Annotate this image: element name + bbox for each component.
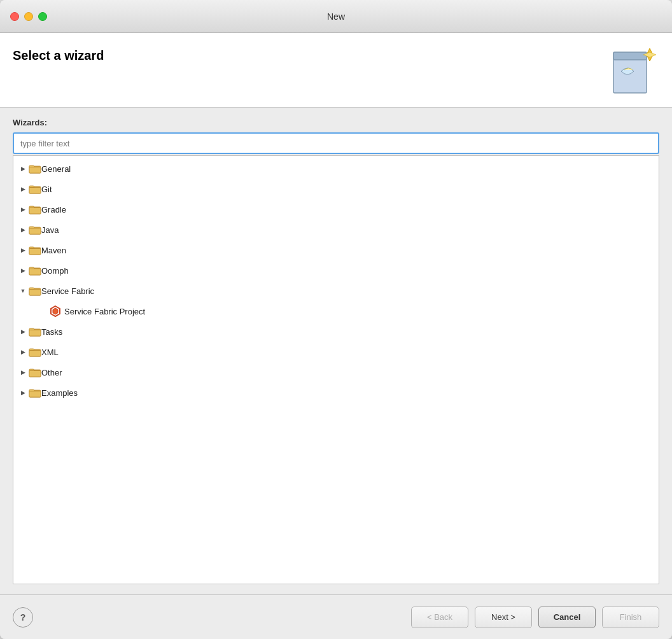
tree-item-general[interactable]: General xyxy=(13,158,659,179)
svg-rect-1 xyxy=(613,52,647,60)
arrow-general xyxy=(18,164,27,173)
footer: ? < Back Next > Cancel Finish xyxy=(0,594,672,639)
tree-item-tasks[interactable]: Tasks xyxy=(13,321,659,342)
svg-rect-13 xyxy=(29,249,41,255)
item-label-maven: Maven xyxy=(41,246,66,255)
tree-item-maven[interactable]: Maven xyxy=(13,240,659,260)
folder-icon-maven xyxy=(29,245,41,255)
sf-project-icon xyxy=(49,305,62,318)
item-label-other: Other xyxy=(41,368,62,377)
svg-rect-9 xyxy=(29,208,41,214)
arrow-git xyxy=(18,185,27,193)
tree-item-service-fabric-project[interactable]: Service Fabric Project xyxy=(13,301,659,321)
svg-rect-25 xyxy=(29,371,41,377)
svg-rect-21 xyxy=(29,330,41,337)
folder-icon-service-fabric xyxy=(29,286,41,296)
tree-item-java[interactable]: Java xyxy=(13,220,659,240)
svg-rect-5 xyxy=(29,167,41,174)
svg-rect-23 xyxy=(29,351,41,357)
arrow-java xyxy=(18,225,27,234)
tree-item-other[interactable]: Other xyxy=(13,362,659,383)
main-window: New Select a wizard Wizards: xyxy=(0,0,672,639)
arrow-gradle xyxy=(18,205,27,214)
window-title: New xyxy=(327,11,345,22)
title-bar: New xyxy=(0,0,672,33)
item-label-xml: XML xyxy=(41,348,59,357)
arrow-oomph xyxy=(18,266,27,275)
svg-rect-7 xyxy=(29,188,41,194)
item-label-java: Java xyxy=(41,225,59,235)
tree-item-xml[interactable]: XML xyxy=(13,342,659,362)
item-label-tasks: Tasks xyxy=(41,327,62,337)
arrow-service-fabric xyxy=(18,286,27,295)
folder-icon-gradle xyxy=(29,204,41,214)
cancel-button[interactable]: Cancel xyxy=(538,607,596,628)
finish-button[interactable]: Finish xyxy=(602,607,659,628)
svg-marker-19 xyxy=(53,308,58,314)
header-area: Select a wizard xyxy=(0,33,672,108)
item-label-gradle: Gradle xyxy=(41,205,66,214)
close-button[interactable] xyxy=(10,12,19,21)
item-label-git: Git xyxy=(41,185,52,194)
arrow-xml xyxy=(18,348,27,356)
wizard-icon xyxy=(608,46,659,97)
arrow-examples xyxy=(18,388,27,397)
folder-icon-java xyxy=(29,225,41,235)
tree-item-service-fabric[interactable]: Service Fabric xyxy=(13,281,659,301)
back-button[interactable]: < Back xyxy=(411,607,468,628)
page-title: Select a wizard xyxy=(13,48,104,63)
arrow-other xyxy=(18,368,27,377)
arrow-maven xyxy=(18,246,27,255)
maximize-button[interactable] xyxy=(38,12,47,21)
folder-icon-examples xyxy=(29,388,41,398)
svg-rect-15 xyxy=(29,269,41,276)
next-button[interactable]: Next > xyxy=(475,607,532,628)
item-label-service-fabric: Service Fabric xyxy=(41,286,94,296)
item-label-examples: Examples xyxy=(41,388,78,398)
folder-icon-git xyxy=(29,184,41,194)
minimize-button[interactable] xyxy=(24,12,33,21)
folder-icon-general xyxy=(29,164,41,174)
main-content: Wizards: General xyxy=(0,108,672,594)
item-label-oomph: Oomph xyxy=(41,266,69,276)
arrow-tasks xyxy=(18,327,27,336)
window-controls xyxy=(10,12,47,21)
tree-item-examples[interactable]: Examples xyxy=(13,383,659,403)
folder-icon-xml xyxy=(29,347,41,357)
svg-rect-11 xyxy=(29,228,41,235)
footer-buttons: < Back Next > Cancel Finish xyxy=(411,607,659,628)
folder-icon-oomph xyxy=(29,265,41,276)
wizards-label: Wizards: xyxy=(13,118,659,127)
svg-rect-17 xyxy=(29,290,41,296)
tree-item-gradle[interactable]: Gradle xyxy=(13,199,659,220)
tree-container[interactable]: General Git Gradle xyxy=(13,155,659,584)
folder-icon-other xyxy=(29,367,41,377)
tree-item-oomph[interactable]: Oomph xyxy=(13,260,659,281)
folder-icon-tasks xyxy=(29,327,41,337)
footer-left: ? xyxy=(13,607,33,628)
item-label-general: General xyxy=(41,164,71,174)
item-label-sf-project: Service Fabric Project xyxy=(64,307,145,316)
svg-rect-27 xyxy=(29,391,41,398)
filter-input[interactable] xyxy=(13,132,659,154)
tree-item-git[interactable]: Git xyxy=(13,179,659,199)
help-button[interactable]: ? xyxy=(13,607,33,628)
